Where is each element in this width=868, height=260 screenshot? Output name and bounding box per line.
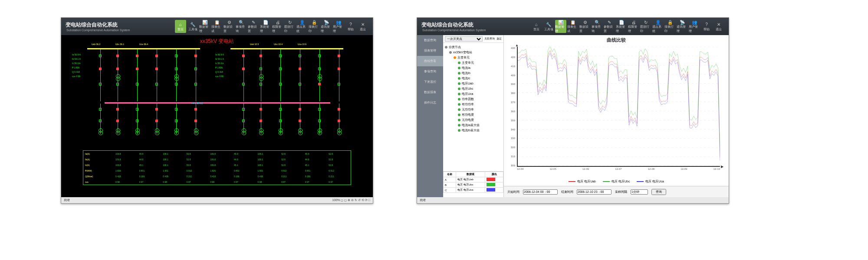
breaker[interactable] (99, 55, 102, 57)
busbar-35kv-1[interactable] (87, 48, 200, 49)
breaker[interactable] (318, 68, 321, 70)
toolbar-btn-12[interactable]: 📡通讯管理 (677, 20, 688, 33)
tree-btn-1[interactable]: 关联查询 (484, 37, 495, 41)
breaker[interactable] (116, 120, 119, 122)
feeder-line[interactable] (300, 49, 300, 101)
toolbar-btn-6[interactable]: ✎参数设置 (248, 20, 259, 33)
feeder-line[interactable] (243, 49, 244, 101)
breaker[interactable] (136, 120, 138, 122)
breaker[interactable] (116, 108, 119, 110)
breaker[interactable] (338, 68, 340, 70)
toolbar-btn-1[interactable]: 🔧工具项 (187, 20, 198, 33)
breaker[interactable] (279, 83, 282, 85)
zoom-controls[interactable]: 100% ◻ ◻ ⊕ ⊖ ↻ ↺ ⟲ ⟳ □ (332, 198, 370, 202)
tree-node[interactable]: 电流Ia最大值 (445, 123, 502, 128)
breaker[interactable] (318, 120, 321, 122)
breaker[interactable] (175, 55, 178, 57)
transformer-icon[interactable] (242, 128, 246, 135)
breaker[interactable] (338, 120, 340, 122)
toolbar-btn-14[interactable]: ?帮助 (345, 20, 356, 33)
busbar-10kv[interactable] (105, 102, 330, 104)
breaker[interactable] (194, 83, 197, 85)
feeder-line[interactable] (339, 49, 339, 101)
transformer-icon[interactable] (259, 128, 263, 135)
transformer-icon[interactable] (174, 128, 179, 135)
transformer-icon[interactable] (116, 128, 120, 135)
feeder-line[interactable] (137, 49, 138, 101)
breaker[interactable] (155, 120, 158, 122)
breaker[interactable] (242, 68, 245, 70)
toolbar-btn-13[interactable]: 👥用户管理 (333, 20, 344, 33)
breaker[interactable] (318, 55, 321, 57)
toolbar-btn-0[interactable]: ⌂首页 (175, 20, 186, 33)
breaker[interactable] (175, 120, 178, 122)
toolbar-btn-9[interactable]: ↻图形打印 (640, 20, 651, 33)
breaker[interactable] (338, 108, 340, 110)
toolbar-btn-10[interactable]: 👤退出系统 (652, 20, 664, 33)
toolbar-btn-14[interactable]: ?帮助 (701, 20, 712, 33)
breaker[interactable] (299, 120, 301, 122)
feeder-line[interactable] (196, 49, 196, 101)
nav-item[interactable]: 数据报表 (417, 87, 443, 98)
breaker[interactable] (175, 68, 178, 70)
transformer-icon[interactable] (116, 74, 120, 81)
tree-btn-2[interactable]: 选定 (496, 37, 502, 41)
transformer-icon[interactable] (194, 128, 198, 135)
breaker[interactable] (242, 108, 245, 110)
breaker[interactable] (260, 55, 262, 57)
end-time-input[interactable] (577, 189, 612, 195)
breaker[interactable] (260, 83, 262, 85)
tree-node[interactable]: 电压Uab (445, 81, 502, 86)
nav-item[interactable]: 数据查询 (417, 35, 443, 46)
toolbar-btn-10[interactable]: 👤退出系统 (296, 20, 308, 33)
toolbar-btn-11[interactable]: 🔒报表打印 (309, 20, 320, 33)
tree-node[interactable]: 无功电度 (445, 117, 502, 123)
breaker[interactable] (260, 68, 262, 70)
start-time-input[interactable] (523, 189, 558, 195)
toolbar-btn-8[interactable]: 🖨权限管理 (272, 20, 283, 33)
transformer-icon[interactable] (318, 128, 322, 135)
breaker[interactable] (136, 83, 138, 85)
tree-node[interactable]: 主变单元 (445, 60, 502, 65)
breaker[interactable] (136, 68, 138, 70)
breaker[interactable] (279, 108, 282, 110)
transformer-icon[interactable] (99, 128, 103, 135)
breaker[interactable] (338, 83, 340, 85)
breaker[interactable] (299, 83, 301, 85)
toolbar-btn-0[interactable]: ⌂首页 (531, 20, 542, 33)
toolbar-btn-7[interactable]: 📄系统管理 (616, 20, 627, 33)
nav-item[interactable]: 操作日志 (417, 98, 443, 108)
feeder-line[interactable] (100, 49, 101, 101)
toolbar-btn-15[interactable]: ✕退出 (357, 20, 368, 33)
breaker[interactable] (279, 120, 282, 122)
tree-type-select[interactable]: 一次开关点 (445, 36, 483, 42)
breaker[interactable] (299, 108, 301, 110)
toolbar-btn-2[interactable]: 📊数据管理 (199, 20, 210, 33)
query-button[interactable]: 查询 (651, 189, 666, 195)
toolbar-btn-15[interactable]: ✕退出 (713, 20, 724, 33)
breaker[interactable] (99, 68, 102, 70)
point-tree[interactable]: 分类节点xx35kV变电站主变单元主变单元电流Ia电流Ib电流Ic电压Uab电压… (443, 43, 503, 171)
toolbar-btn-12[interactable]: 📡通讯管理 (321, 20, 332, 33)
toolbar-btn-13[interactable]: 👥用户管理 (689, 20, 700, 33)
breaker[interactable] (194, 55, 197, 57)
tree-node[interactable]: 有功功率 (445, 102, 502, 107)
breaker[interactable] (242, 83, 245, 85)
tree-node[interactable]: 功率因数 (445, 97, 502, 102)
legend-item[interactable]: 电压 电压Uca (637, 179, 664, 184)
toolbar-btn-4[interactable]: ⚙数据设置 (579, 20, 591, 33)
transformer-icon[interactable] (298, 128, 302, 135)
breaker[interactable] (299, 68, 301, 70)
transformer-icon[interactable] (174, 74, 179, 81)
breaker[interactable] (136, 108, 138, 110)
toolbar-btn-11[interactable]: 🔒报表打印 (664, 20, 676, 33)
breaker[interactable] (175, 108, 178, 110)
breaker[interactable] (99, 108, 102, 110)
breaker[interactable] (318, 108, 321, 110)
toolbar-btn-6[interactable]: ✎参数设置 (604, 20, 615, 33)
breaker[interactable] (279, 68, 282, 70)
interval-input[interactable] (631, 189, 648, 195)
transformer-icon[interactable] (259, 74, 263, 81)
toolbar-btn-3[interactable]: 📋报表生成 (211, 20, 223, 33)
toolbar-btn-9[interactable]: ↻图形打印 (284, 20, 296, 33)
